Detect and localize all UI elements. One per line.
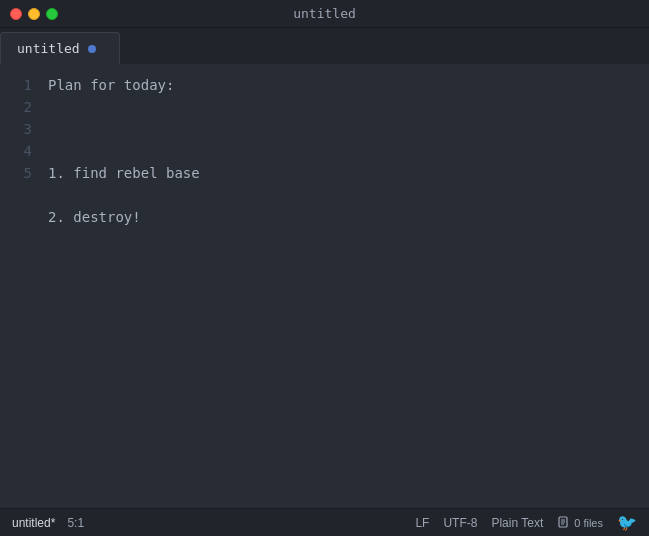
editor-area: 12345 Plan for today: 1. find rebel base… [0,64,649,508]
status-bar: untitled* 5:1 LF UTF-8 Plain Text 0 file… [0,508,649,536]
editor-line: Plan for today: [48,74,639,96]
minimize-button[interactable] [28,8,40,20]
editor-line: 2. destroy! [48,206,639,228]
tab-untitled[interactable]: untitled [0,32,120,64]
tab-modified-indicator [88,45,96,53]
editor-line [48,118,639,140]
editor-content[interactable]: Plan for today: 1. find rebel base 2. de… [40,64,649,508]
file-icon [557,516,571,530]
traffic-lights [10,8,58,20]
line-number: 4 [0,140,32,162]
status-line-ending[interactable]: LF [415,516,429,530]
line-number: 1 [0,74,32,96]
status-filename[interactable]: untitled* [12,516,55,530]
line-numbers: 12345 [0,64,40,508]
status-left: untitled* 5:1 [12,516,84,530]
window-title: untitled [293,6,356,21]
editor-line: 1. find rebel base [48,162,639,184]
tab-bar: untitled [0,28,649,64]
status-syntax[interactable]: Plain Text [491,516,543,530]
maximize-button[interactable] [46,8,58,20]
status-right: LF UTF-8 Plain Text 0 files 🐦 [415,513,637,532]
editor-line [48,250,639,272]
line-number: 3 [0,118,32,140]
bird-icon[interactable]: 🐦 [617,513,637,532]
close-button[interactable] [10,8,22,20]
title-bar: untitled [0,0,649,28]
files-count: 0 files [574,517,603,529]
status-cursor[interactable]: 5:1 [67,516,84,530]
tab-label: untitled [17,41,80,56]
line-number: 5 [0,162,32,184]
line-number: 2 [0,96,32,118]
status-encoding[interactable]: UTF-8 [443,516,477,530]
status-files[interactable]: 0 files [557,516,603,530]
